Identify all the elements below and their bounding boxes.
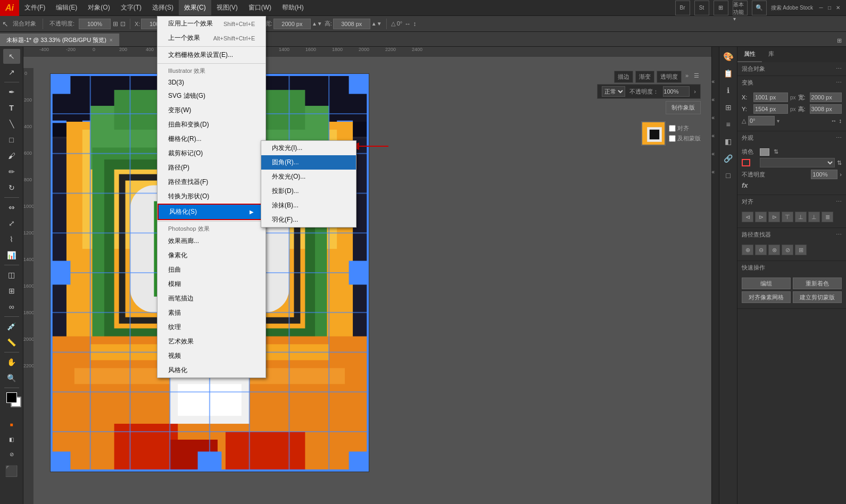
blend-mode-select[interactable]: 正常 (602, 86, 625, 97)
close-button[interactable]: ✕ (834, 4, 842, 12)
effect-texture[interactable]: 纹理 (157, 320, 266, 334)
flip-v-icon[interactable]: ↕ (839, 117, 842, 124)
bridge-button[interactable]: Br (675, 1, 690, 15)
effect-distort[interactable]: 扭曲和变换(D) (157, 117, 266, 132)
tab-properties[interactable]: 属性 (737, 47, 762, 62)
paint-brush[interactable]: 🖌 (3, 148, 20, 163)
pf-divide[interactable]: ⊞ (795, 245, 807, 255)
effect-apply-last[interactable]: 应用上一个效果 Shift+Ctrl+E (157, 16, 266, 31)
mirror-tool[interactable]: ⇔ (3, 200, 20, 215)
effect-warp[interactable]: 变形(W) (157, 103, 266, 117)
sub-outer-glow[interactable]: 外发光(O)... (261, 170, 356, 184)
menu-effect[interactable]: 效果(C) (179, 0, 211, 15)
pf-unite[interactable]: ⊕ (742, 245, 753, 255)
sub-inner-glow[interactable]: 内发光(I)... (261, 141, 356, 155)
pf-intersect[interactable]: ⊗ (768, 245, 780, 255)
pen-tool[interactable]: ✒ (3, 85, 20, 99)
snap-btn[interactable]: 描边 (614, 71, 633, 83)
pf-minus[interactable]: ⊖ (755, 245, 767, 255)
align-right[interactable]: ⊳ (768, 212, 780, 222)
effect-sketch[interactable]: 素描 (157, 306, 266, 320)
effect-ps-distort[interactable]: 扭曲 (157, 263, 266, 277)
scale-tool[interactable]: ⤢ (3, 216, 20, 231)
y-value-input[interactable] (753, 104, 788, 114)
opacity-value-input[interactable] (811, 170, 837, 179)
align-checkbox[interactable] (669, 125, 676, 132)
effect-gallery[interactable]: 效果画廊... (157, 234, 266, 248)
h-value-input[interactable] (810, 104, 842, 114)
right-icon-layers[interactable]: 📋 (721, 66, 736, 81)
arrange-button[interactable]: ⊞ (714, 1, 728, 15)
toggle-btn-5[interactable]: « (712, 151, 719, 158)
sub-drop-shadow[interactable]: 投影(D)... (261, 184, 356, 198)
line-tool[interactable]: ╲ (3, 116, 20, 131)
recolor-btn[interactable]: 重新着色 (793, 278, 842, 289)
pencil-tool[interactable]: ✏ (3, 164, 20, 179)
eyedropper-tool[interactable]: 💉 (3, 319, 20, 334)
effect-last[interactable]: 上一个效果 Alt+Shift+Ctrl+E (157, 31, 266, 45)
effect-crop-marks[interactable]: 裁剪标记(O) (157, 146, 266, 161)
gradient-btn[interactable]: ◧ (3, 432, 20, 447)
expand-icon[interactable]: » (684, 71, 690, 83)
flip-h-icon[interactable]: ↔ (831, 117, 837, 124)
menu-file[interactable]: 文件(F) (19, 0, 51, 15)
effect-pathfinder[interactable]: 路径查找器(F) (157, 175, 266, 189)
menu-edit[interactable]: 编辑(E) (51, 0, 82, 15)
select-tool[interactable]: ↖ (3, 49, 20, 64)
effect-convert-shape[interactable]: 转换为形状(O) (157, 189, 266, 204)
toggle-btn-3[interactable]: « (712, 115, 719, 122)
canvas-content[interactable]: 描边 渐变 透明度 » ☰ 正常 不透明度： › 制作象版 (34, 68, 711, 504)
h-input[interactable] (333, 19, 370, 29)
preset-button[interactable]: 传统基本功能 ▾ (733, 1, 748, 15)
sub-scribble[interactable]: 涂抹(B)... (261, 198, 356, 213)
sub-feather[interactable]: 羽化(F)... (261, 213, 356, 227)
fill-color[interactable] (6, 392, 17, 403)
menu-help[interactable]: 帮助(H) (277, 0, 309, 15)
opacity-input[interactable] (79, 19, 111, 29)
warp-tool[interactable]: ⌇ (3, 232, 20, 247)
effect-svg-filter[interactable]: SVG 滤镜(G) (157, 89, 266, 103)
w-input[interactable] (273, 19, 311, 29)
opacity-control[interactable] (663, 86, 690, 97)
blend-tool[interactable]: ∞ (3, 299, 20, 314)
canvas-area[interactable]: -400 -200 0 200 400 600 800 1000 1200 14… (23, 47, 711, 504)
align-pixel-btn[interactable]: 对齐像素网格 (742, 291, 791, 303)
arrange-tabs-icon[interactable]: ⊞ (833, 35, 846, 46)
effect-stylize[interactable]: 风格化(S) ▶ (157, 204, 266, 220)
active-tab[interactable]: 未标题-1* @ 33.33% (RGB/GPU 预览) × (0, 33, 120, 46)
effect-video[interactable]: 视频 (157, 349, 266, 363)
stroke-select[interactable] (760, 158, 835, 167)
gradient-tool[interactable]: ◫ (3, 267, 20, 282)
zoom-tool[interactable]: 🔍 (3, 371, 20, 385)
make-symbol-btn[interactable]: 制作象版 (666, 101, 701, 114)
search-button[interactable]: 🔍 (752, 1, 767, 15)
x-value-input[interactable] (753, 93, 788, 102)
rotate-tool[interactable]: ↻ (3, 180, 20, 195)
toggle-btn-6[interactable]: « (712, 169, 719, 177)
stock-button[interactable]: St (694, 1, 709, 15)
graph-tool[interactable]: 📊 (3, 248, 20, 263)
effect-ps-stylize[interactable]: 风格化 (157, 363, 266, 377)
effect-raster-settings[interactable]: 文档栅格效果设置(E)... (157, 48, 266, 62)
align-left[interactable]: ⊲ (742, 212, 753, 222)
rotation-input[interactable] (748, 116, 775, 125)
menu-object[interactable]: 对象(O) (82, 0, 115, 15)
right-icon-info[interactable]: ℹ (721, 83, 736, 98)
distribute-h[interactable]: ≣ (822, 212, 833, 222)
menu-text[interactable]: 文字(T) (115, 0, 147, 15)
toggle-btn-4[interactable]: « (712, 133, 719, 140)
align-bottom[interactable]: ⊥ (808, 212, 820, 222)
right-icon-color[interactable]: 🎨 (721, 49, 736, 64)
clip-mask-btn[interactable]: 建立剪切蒙版 (793, 291, 842, 303)
minimize-button[interactable]: ─ (817, 4, 825, 12)
mask-checkbox[interactable] (669, 135, 676, 142)
pf-exclude[interactable]: ⊘ (782, 245, 793, 255)
tab-library[interactable]: 库 (762, 47, 781, 62)
right-icon-transform[interactable]: ⊞ (721, 100, 736, 115)
effect-blur[interactable]: 模糊 (157, 277, 266, 291)
rect-tool[interactable]: □ (3, 132, 20, 147)
align-top[interactable]: ⊤ (782, 212, 793, 222)
effect-rasterize[interactable]: 栅格化(R)... (157, 132, 266, 146)
align-center-v[interactable]: ⊥ (795, 212, 807, 222)
transparency-btn[interactable]: 透明度 (657, 71, 682, 83)
